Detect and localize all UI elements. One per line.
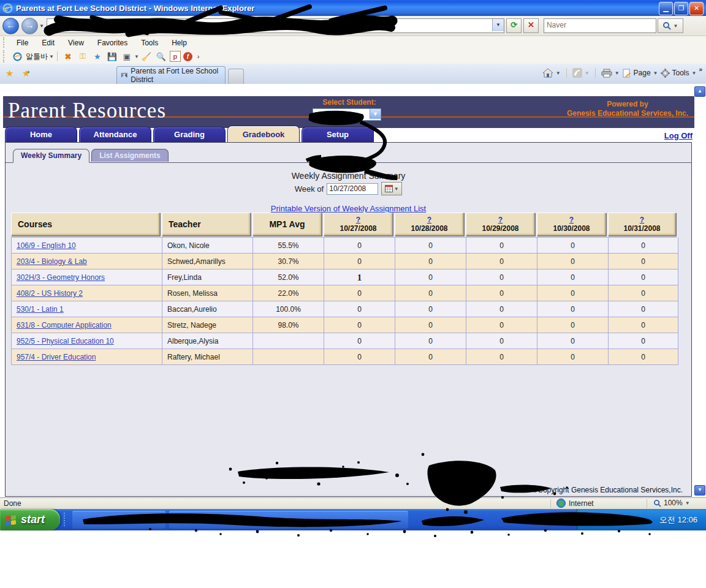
tools-gear-icon[interactable]	[661, 69, 670, 78]
mp1-avg-cell	[253, 349, 324, 365]
address-dropdown-icon[interactable]: ▼	[492, 19, 504, 31]
nav-tab-setup[interactable]: Setup	[302, 127, 374, 142]
date-help-link[interactable]: ?	[356, 216, 360, 224]
taskbar-window-button[interactable]	[72, 511, 165, 529]
date-help-link[interactable]: ?	[569, 216, 574, 224]
week-of-input[interactable]	[327, 183, 378, 195]
new-tab-button[interactable]	[228, 69, 244, 85]
course-link[interactable]: 106/9 - English 10	[17, 241, 76, 250]
table-row: 952/5 - Physical Education 10Alberque,Al…	[12, 333, 677, 349]
header-date: ?10/27/2008	[324, 213, 393, 236]
altoolbar-ie-icon[interactable]	[11, 51, 23, 62]
page-button-label[interactable]: Page	[634, 69, 651, 77]
security-zone: Internet	[556, 499, 594, 508]
close-button[interactable]: ✕	[689, 2, 704, 15]
day-count-cell: 0	[395, 254, 466, 270]
zoom-tool-icon[interactable]: 🔍	[155, 51, 167, 62]
date-help-link[interactable]: ?	[427, 216, 431, 224]
back-button[interactable]: ←	[2, 18, 19, 34]
refresh-button[interactable]: ⟳	[506, 18, 522, 33]
history-caret-icon[interactable]: ▼	[39, 23, 44, 29]
sub-tab-list-assignments[interactable]: List Assignments	[91, 149, 169, 162]
address-bar-row: ← → ▼ ▼ ⟳ ✕ ▼	[0, 16, 706, 36]
menu-tools[interactable]: Tools	[134, 39, 165, 47]
course-link[interactable]: 631/8 - Computer Application	[17, 321, 112, 330]
powered-by: Powered by Genesis Educational Services,…	[567, 100, 688, 118]
command-bar: ▼ ▼ ▼ Page ▼ To	[542, 68, 702, 78]
toolbar-overflow-icon[interactable]: ›	[197, 53, 200, 60]
menu-favorites[interactable]: Favorites	[91, 39, 134, 47]
restore-button[interactable]: ❐	[674, 2, 688, 15]
page-caret-icon[interactable]: ▼	[653, 70, 658, 76]
nav-tab-attendance[interactable]: Attendance	[79, 127, 151, 142]
print-caret-icon[interactable]: ▼	[615, 70, 620, 76]
day-count-cell: 0	[395, 301, 466, 317]
menu-help[interactable]: Help	[165, 39, 194, 47]
print-icon[interactable]	[601, 69, 612, 78]
home-caret-icon[interactable]: ▼	[556, 70, 561, 76]
mp1-avg-cell: 52.0%	[253, 270, 324, 285]
p-badge-icon[interactable]: p	[170, 51, 181, 62]
address-input[interactable]: ▼	[47, 18, 504, 33]
sub-tab-weekly-summary[interactable]: Weekly Summary	[13, 149, 89, 163]
search-input[interactable]	[544, 19, 655, 31]
key-icon[interactable]: ⚿	[77, 51, 89, 62]
calendar-caret-icon: ▼	[394, 186, 399, 192]
log-off-link[interactable]: Log Off	[664, 131, 693, 140]
course-link[interactable]: 408/2 - US History 2	[17, 289, 83, 298]
scroll-up-button[interactable]: ▲	[694, 86, 705, 97]
screen: e Parents at Fort Lee School District - …	[0, 0, 706, 588]
broom-icon[interactable]: 🧹	[140, 51, 153, 62]
student-select[interactable]: ▼	[313, 108, 381, 121]
search-box[interactable]	[544, 18, 656, 33]
page-icon[interactable]	[622, 69, 631, 78]
minimize-button[interactable]: ▁	[659, 2, 673, 15]
tools-caret-icon[interactable]: ▼	[692, 70, 697, 76]
quicklaunch-grip[interactable]	[64, 513, 67, 526]
capture-icon[interactable]: ▣	[121, 51, 133, 62]
toolbar-grip[interactable]	[3, 37, 6, 48]
favorites-center-icon[interactable]: ★	[6, 68, 13, 79]
nav-tab-home[interactable]: Home	[5, 127, 77, 142]
menu-view[interactable]: View	[61, 39, 91, 47]
student-select-caret-icon[interactable]: ▼	[370, 109, 381, 119]
zoom-caret-icon[interactable]: ▼	[685, 500, 690, 506]
start-button[interactable]: start	[0, 509, 60, 530]
status-separator2	[647, 499, 647, 508]
nav-tab-gradebook[interactable]: Gradebook	[227, 126, 300, 142]
cmd-overflow-icon[interactable]: »	[699, 66, 702, 73]
menu-edit[interactable]: Edit	[35, 39, 61, 47]
date-help-link[interactable]: ?	[498, 216, 503, 224]
taskbar-window-button2[interactable]	[169, 511, 408, 529]
zoom-control[interactable]: 100% ▼	[653, 499, 690, 507]
save-icon[interactable]: 💾	[106, 51, 118, 62]
page-title: Parent Resources	[8, 99, 166, 123]
course-link[interactable]: 530/1 - Latin 1	[17, 305, 64, 314]
calendar-button[interactable]: ▼	[381, 182, 402, 195]
flash-badge-icon[interactable]: f	[183, 52, 192, 61]
star-icon[interactable]: ★	[91, 51, 104, 62]
day-count-cell: 0	[537, 270, 609, 285]
toolbar-grip2[interactable]	[3, 50, 6, 62]
pinwheel-icon[interactable]: ✖	[62, 51, 74, 62]
course-link[interactable]: 952/5 - Physical Education 10	[17, 337, 114, 345]
printable-version-link[interactable]: Printable Version of Weekly Assignment L…	[271, 204, 426, 213]
capture-caret-icon[interactable]: ▼	[134, 54, 139, 59]
course-link[interactable]: 957/4 - Driver Education	[17, 353, 96, 361]
date-help-link[interactable]: ?	[640, 216, 644, 224]
add-favorite-icon[interactable]: ★+	[22, 68, 34, 79]
search-button[interactable]: ▼	[658, 18, 683, 33]
home-icon[interactable]	[542, 68, 553, 78]
forward-button[interactable]: →	[21, 18, 38, 34]
nav-tab-grading[interactable]: Grading	[153, 127, 226, 142]
course-link[interactable]: 203/4 - Biology & Lab	[17, 257, 87, 266]
scroll-down-button[interactable]: ▼	[694, 485, 705, 496]
altoolbar-caret-icon[interactable]: ▼	[49, 54, 54, 59]
menu-file[interactable]: File	[10, 39, 35, 47]
altoolbar-label[interactable]: 알툴바	[26, 51, 48, 62]
stop-button[interactable]: ✕	[523, 18, 539, 33]
search-options-caret-icon[interactable]: ▼	[673, 23, 678, 29]
browser-tab[interactable]: Parents at Fort Lee School District	[116, 66, 226, 84]
tools-button-label[interactable]: Tools	[672, 69, 689, 77]
course-link[interactable]: 302H/3 - Geometry Honors	[17, 273, 105, 282]
